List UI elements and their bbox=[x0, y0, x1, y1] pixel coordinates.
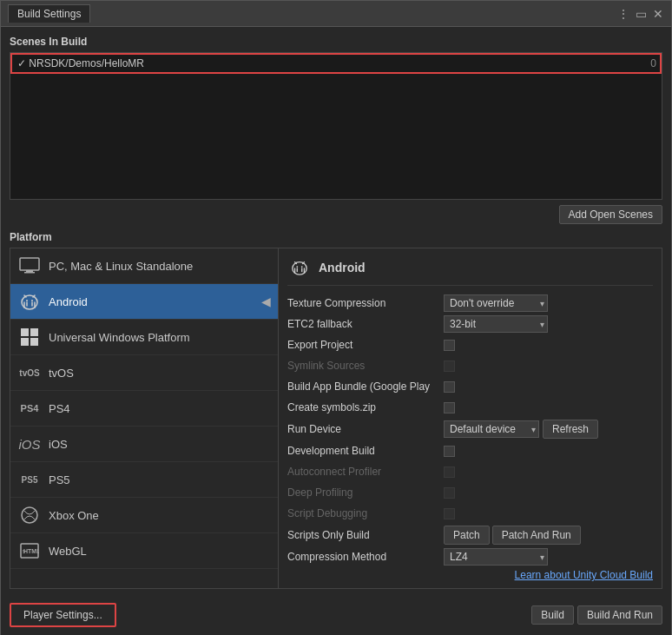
refresh-btn[interactable]: Refresh bbox=[543, 420, 598, 439]
etc2-fallback-dropdown-wrapper: 32-bit bbox=[444, 315, 548, 333]
platform-name-uwp: Universal Windows Platform bbox=[49, 331, 271, 344]
cloud-build-link[interactable]: Learn about Unity Cloud Build bbox=[515, 569, 653, 581]
scenes-panel: ✓ NRSDK/Demos/HelloMR 0 bbox=[10, 52, 662, 200]
compression-method-dropdown[interactable]: LZ4 bbox=[444, 548, 548, 566]
ios-icon: iOS bbox=[17, 432, 42, 456]
development-build-label: Development Build bbox=[287, 445, 444, 457]
svg-rect-13 bbox=[30, 328, 38, 336]
export-project-value bbox=[444, 340, 653, 351]
svg-point-28 bbox=[301, 266, 303, 268]
etc2-fallback-row: ETC2 fallback 32-bit bbox=[287, 315, 653, 333]
platform-item-tvos[interactable]: tvOS tvOS bbox=[10, 355, 278, 391]
etc2-fallback-label: ETC2 fallback bbox=[287, 318, 444, 330]
add-open-scenes-btn[interactable]: Add Open Scenes bbox=[559, 205, 662, 224]
svg-rect-14 bbox=[21, 338, 29, 346]
texture-compression-row: Texture Compression Don't override bbox=[287, 294, 653, 312]
android-icon bbox=[17, 289, 42, 314]
development-build-checkbox[interactable] bbox=[444, 446, 455, 457]
texture-compression-dropdown[interactable]: Don't override bbox=[444, 294, 548, 312]
svg-text:5: 5 bbox=[23, 549, 25, 554]
maximize-btn[interactable]: ▭ bbox=[635, 8, 647, 20]
settings-title: Android bbox=[319, 261, 366, 275]
run-device-row: Run Device Default device Refresh bbox=[287, 420, 653, 439]
scene-path: ✓ NRSDK/Demos/HelloMR bbox=[17, 57, 144, 69]
script-debugging-row: Script Debugging bbox=[287, 505, 653, 522]
platform-item-ps5[interactable]: PS5 PS5 bbox=[10, 462, 278, 498]
ps4-icon: PS4 bbox=[17, 396, 42, 420]
svg-point-11 bbox=[31, 300, 33, 301]
run-device-dropdown-wrapper: Default device bbox=[444, 420, 539, 438]
active-platform-arrow: ◀ bbox=[261, 294, 271, 308]
scene-index: 0 bbox=[650, 57, 656, 69]
title-bar-controls: ⋮ ▭ ✕ bbox=[617, 8, 664, 20]
tvos-icon: tvOS bbox=[17, 360, 42, 385]
window-body: Scenes In Build ✓ NRSDK/Demos/HelloMR 0 … bbox=[1, 27, 671, 635]
svg-point-10 bbox=[26, 300, 28, 301]
etc2-fallback-dropdown[interactable]: 32-bit bbox=[444, 315, 548, 333]
patch-btn[interactable]: Patch bbox=[444, 526, 490, 545]
etc2-fallback-value: 32-bit bbox=[444, 315, 653, 333]
compression-method-row: Compression Method LZ4 bbox=[287, 548, 653, 566]
deep-profiling-row: Deep Profiling bbox=[287, 484, 653, 501]
texture-compression-label: Texture Compression bbox=[287, 297, 444, 309]
autoconnect-profiler-value bbox=[444, 466, 653, 478]
windows-icon bbox=[17, 325, 42, 349]
platform-item-ios[interactable]: iOS iOS bbox=[10, 427, 278, 462]
export-project-checkbox[interactable] bbox=[444, 340, 455, 351]
build-btn[interactable]: Build bbox=[531, 605, 574, 625]
platform-item-ps4[interactable]: PS4 PS4 bbox=[10, 391, 278, 427]
create-symbols-label: Create symbols.zip bbox=[287, 401, 444, 413]
close-btn[interactable]: ✕ bbox=[652, 8, 664, 20]
development-build-value bbox=[444, 446, 653, 457]
create-symbols-checkbox[interactable] bbox=[444, 402, 455, 413]
platform-item-pc[interactable]: PC, Mac & Linux Standalone bbox=[10, 248, 278, 284]
platform-name-xbox: Xbox One bbox=[49, 509, 271, 522]
scene-item[interactable]: ✓ NRSDK/Demos/HelloMR bbox=[10, 53, 662, 74]
build-buttons: Build Build And Run bbox=[531, 605, 662, 625]
create-symbols-row: Create symbols.zip bbox=[287, 399, 653, 416]
svg-rect-2 bbox=[24, 272, 35, 274]
run-device-value: Default device Refresh bbox=[444, 420, 653, 439]
android-settings-icon bbox=[287, 255, 312, 280]
platform-item-uwp[interactable]: Universal Windows Platform bbox=[10, 320, 278, 355]
build-app-bundle-label: Build App Bundle (Google Play bbox=[287, 380, 444, 393]
script-debugging-value bbox=[444, 508, 653, 519]
player-settings-btn[interactable]: Player Settings... bbox=[10, 603, 116, 627]
more-options-btn[interactable]: ⋮ bbox=[617, 8, 629, 20]
export-project-row: Export Project bbox=[287, 336, 653, 354]
build-settings-window: Build Settings ⋮ ▭ ✕ Scenes In Build ✓ N… bbox=[0, 0, 672, 635]
svg-point-27 bbox=[296, 266, 298, 268]
create-symbols-value bbox=[444, 402, 653, 413]
platform-item-android[interactable]: Android ◀ bbox=[10, 284, 278, 320]
window-title: Build Settings bbox=[8, 4, 90, 23]
platform-name-pc: PC, Mac & Linux Standalone bbox=[49, 260, 271, 273]
deep-profiling-label: Deep Profiling bbox=[287, 486, 444, 499]
platform-item-webgl[interactable]: HTML 5 WebGL bbox=[10, 533, 278, 569]
svg-text:HTML: HTML bbox=[23, 548, 39, 554]
svg-rect-12 bbox=[21, 328, 29, 336]
autoconnect-profiler-label: Autoconnect Profiler bbox=[287, 466, 444, 478]
symlink-sources-value bbox=[444, 360, 653, 372]
cloud-build-row: Learn about Unity Cloud Build bbox=[287, 569, 653, 581]
patch-and-run-btn[interactable]: Patch And Run bbox=[492, 526, 581, 545]
bottom-row: Player Settings... Build Build And Run bbox=[10, 598, 662, 627]
build-app-bundle-checkbox[interactable] bbox=[444, 381, 455, 393]
monitor-icon bbox=[17, 254, 42, 278]
scripts-only-build-label: Scripts Only Build bbox=[287, 529, 444, 541]
texture-compression-dropdown-wrapper: Don't override bbox=[444, 294, 548, 312]
compression-method-value: LZ4 bbox=[444, 548, 653, 566]
title-bar-left: Build Settings bbox=[8, 4, 90, 23]
script-debugging-label: Script Debugging bbox=[287, 507, 444, 519]
svg-point-16 bbox=[22, 507, 37, 523]
platform-item-xbox[interactable]: Xbox One bbox=[10, 498, 278, 533]
compression-method-dropdown-wrapper: LZ4 bbox=[444, 548, 548, 566]
settings-header: Android bbox=[287, 255, 653, 286]
platform-name-ps4: PS4 bbox=[49, 402, 271, 415]
run-device-dropdown[interactable]: Default device bbox=[444, 420, 539, 438]
build-and-run-btn[interactable]: Build And Run bbox=[577, 605, 662, 625]
svg-rect-0 bbox=[20, 258, 39, 270]
platform-name-tvos: tvOS bbox=[49, 367, 271, 380]
deep-profiling-checkbox bbox=[444, 487, 455, 499]
platform-name-ps5: PS5 bbox=[49, 473, 271, 486]
title-bar: Build Settings ⋮ ▭ ✕ bbox=[1, 1, 671, 27]
